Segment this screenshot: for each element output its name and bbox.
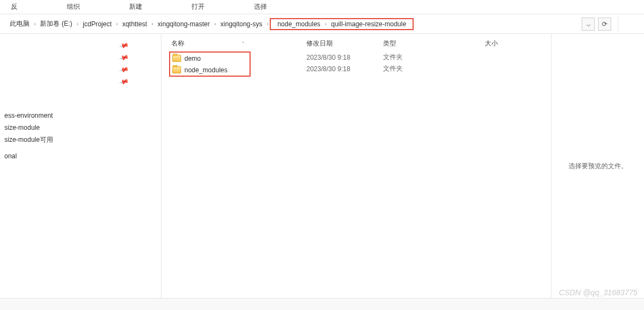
nav-item[interactable]: onal: [0, 150, 161, 162]
pin-icon: 📌: [119, 76, 130, 87]
watermark: CSDN @qq_31683775: [559, 288, 637, 297]
breadcrumb-item[interactable]: jcdProject: [79, 20, 115, 28]
dropdown-button[interactable]: ⌵: [582, 18, 595, 31]
file-name-cell: node_modules: [170, 66, 228, 74]
preview-placeholder: 选择要预览的文件。: [568, 162, 628, 171]
nav-item[interactable]: size-module可用: [0, 134, 161, 146]
nav-item[interactable]: ess-environment: [0, 110, 161, 122]
refresh-button[interactable]: ⟳: [598, 18, 611, 31]
file-row[interactable]: demo: [170, 53, 228, 64]
toolbar-item[interactable]: 选择: [248, 2, 311, 12]
file-type: 文件夹: [383, 53, 460, 62]
file-date: 2023/8/30 9:18: [306, 54, 383, 61]
file-row[interactable]: node_modules: [170, 64, 228, 76]
search-input[interactable]: [618, 17, 640, 31]
folder-icon: [172, 55, 181, 62]
breadcrumb-item[interactable]: quill-image-resize-module: [328, 20, 409, 28]
highlighted-path: node_modules› quill-image-resize-module: [270, 18, 414, 30]
breadcrumb-item[interactable]: 新加卷 (E:): [37, 19, 76, 28]
breadcrumb[interactable]: 此电脑› 新加卷 (E:)› jcdProject› xqthttest› xi…: [0, 14, 577, 33]
sort-indicator-icon: ˆ: [242, 41, 244, 47]
pin-icon: 📌: [119, 40, 130, 51]
column-name[interactable]: 名称ˆ: [161, 39, 306, 48]
nav-label: onal: [2, 152, 17, 160]
chevron-right-icon[interactable]: ›: [324, 21, 328, 27]
column-date[interactable]: 修改日期: [306, 39, 383, 48]
chevron-right-icon[interactable]: ›: [150, 21, 154, 27]
breadcrumb-item[interactable]: xingqitong-sys: [217, 20, 266, 28]
breadcrumb-item[interactable]: xingqitong-master: [154, 20, 213, 28]
preview-pane: 选择要预览的文件。: [551, 34, 644, 298]
refresh-icon: ⟳: [602, 20, 607, 28]
nav-label: size-module可用: [2, 135, 53, 145]
toolbar-item[interactable]: 组织: [61, 2, 124, 12]
breadcrumb-item[interactable]: 此电脑: [7, 19, 33, 28]
navigation-pane[interactable]: 📌 📌 📌 📌 ess-environment size-module size…: [0, 34, 161, 298]
nav-label: ess-environment: [2, 112, 53, 119]
nav-item[interactable]: size-module: [0, 122, 161, 134]
folder-icon: [172, 66, 181, 73]
file-date: 2023/8/30 9:18: [306, 65, 383, 73]
chevron-right-icon[interactable]: ›: [76, 21, 79, 27]
file-name: node_modules: [184, 66, 228, 74]
column-size[interactable]: 大小: [460, 39, 503, 48]
chevron-right-icon[interactable]: ›: [115, 21, 119, 27]
toolbar-item[interactable]: 新建: [124, 2, 186, 12]
breadcrumb-item[interactable]: node_modules: [274, 20, 324, 28]
pin-icon: 📌: [119, 52, 130, 63]
chevron-right-icon[interactable]: ›: [33, 21, 37, 27]
column-headers: 名称ˆ 修改日期 类型 大小: [161, 36, 551, 51]
address-controls: ⌵ ⟳: [577, 17, 644, 31]
file-row[interactable]: demonode_modules2023/8/30 9:18文件夹2023/8/…: [161, 51, 551, 77]
file-list[interactable]: 名称ˆ 修改日期 类型 大小 demonode_modules2023/8/30…: [161, 34, 551, 298]
chevron-right-icon[interactable]: ›: [266, 21, 270, 27]
ribbon-toolbar: 反 组织 新建 打开 选择: [0, 0, 644, 14]
file-name: demo: [184, 55, 201, 62]
chevron-right-icon[interactable]: ›: [213, 21, 217, 27]
column-type[interactable]: 类型: [383, 39, 460, 48]
file-name-cell: demo: [170, 55, 201, 62]
highlighted-files: demonode_modules: [169, 51, 251, 77]
breadcrumb-item[interactable]: xqthttest: [119, 20, 150, 28]
nav-label: size-module: [2, 124, 40, 131]
file-type: 文件夹: [383, 64, 460, 73]
toolbar-item[interactable]: 反: [5, 2, 61, 12]
main-area: 📌 📌 📌 📌 ess-environment size-module size…: [0, 34, 644, 298]
toolbar-item[interactable]: 打开: [186, 2, 248, 12]
chevron-down-icon: ⌵: [587, 20, 590, 28]
column-label: 名称: [171, 39, 184, 48]
address-bar: 此电脑› 新加卷 (E:)› jcdProject› xqthttest› xi…: [0, 14, 644, 34]
pin-icon: 📌: [119, 64, 130, 75]
status-bar: [0, 298, 644, 310]
